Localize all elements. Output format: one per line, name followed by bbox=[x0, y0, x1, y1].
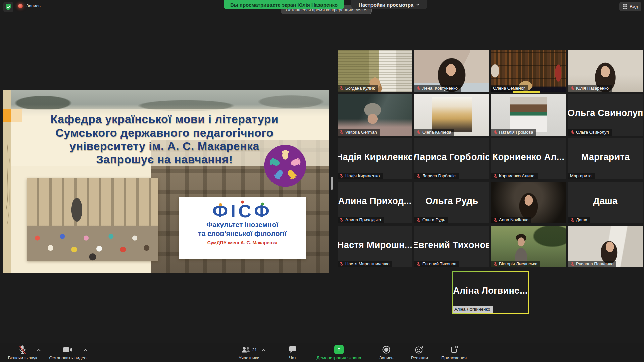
participant-big-name: Настя Мирошн... bbox=[338, 226, 412, 264]
stop-video-button[interactable]: Остановить видео bbox=[46, 344, 90, 360]
participant-name-text: Ольга Свинолуп bbox=[576, 130, 609, 135]
participants-icon bbox=[241, 346, 250, 354]
stop-video-label: Остановить видео bbox=[49, 355, 87, 360]
participant-tile[interactable]: Наталія Громова bbox=[491, 94, 566, 136]
participant-tile[interactable]: Богдана Кулик bbox=[338, 50, 412, 92]
participant-big-name: Алина Приход... bbox=[338, 182, 412, 220]
recording-label: Запись bbox=[26, 3, 41, 8]
participant-name-text: Вікторія Лисянська bbox=[499, 261, 537, 266]
participant-name-text: Olena Kumeda bbox=[422, 130, 451, 135]
muted-mic-icon bbox=[339, 174, 344, 178]
participant-big-name: Даша bbox=[568, 182, 643, 220]
apps-button[interactable]: Приложения bbox=[435, 344, 473, 360]
muted-mic-icon bbox=[493, 130, 498, 135]
participant-name-label: Ольга Рудь bbox=[414, 217, 448, 223]
participant-tile[interactable]: Ольга СвинолупОльга Свинолуп bbox=[568, 94, 643, 136]
participant-tile[interactable]: Руслана Панченко bbox=[568, 226, 643, 267]
participant-tile[interactable]: Viktoria German bbox=[338, 94, 412, 136]
view-button-label: Вид bbox=[630, 4, 638, 9]
participant-name-label: Богдана Кулик bbox=[338, 85, 378, 92]
chevron-down-icon bbox=[416, 3, 420, 6]
participant-tile[interactable]: Аліна Логвине...Аліна Логвиненко bbox=[452, 271, 529, 314]
participant-tile[interactable]: Лена Ковтуненко bbox=[414, 50, 489, 92]
participant-name-label: Anna Novikova bbox=[491, 217, 531, 223]
record-button[interactable]: Запись bbox=[375, 344, 397, 360]
participant-name-text: Настя Мирошниченко bbox=[345, 261, 389, 266]
muted-mic-icon bbox=[416, 218, 421, 222]
unmute-button[interactable]: Включить звук bbox=[2, 344, 43, 360]
participant-name-label: Viktoria German bbox=[338, 129, 380, 136]
participant-name-text: Ольга Рудь bbox=[422, 217, 445, 222]
participant-tile[interactable]: Настя Мирошн...Настя Мирошниченко bbox=[338, 226, 412, 267]
muted-mic-icon bbox=[416, 174, 421, 178]
participant-tile[interactable]: Корниенко Ал...Корниенко Алина bbox=[491, 138, 566, 179]
participant-big-name: Евгений Тихонов bbox=[414, 226, 489, 264]
grid-view-icon bbox=[623, 4, 627, 9]
muted-mic-icon bbox=[416, 262, 421, 266]
share-screen-button[interactable]: Демонстрация экрана bbox=[309, 344, 368, 360]
participant-name-label: Даша bbox=[568, 217, 590, 223]
muted-mic-icon bbox=[493, 174, 498, 178]
participant-name-label: Надія Кириленко bbox=[338, 173, 383, 179]
participant-name-label: Лена Ковтуненко bbox=[414, 85, 461, 92]
participant-name-label: Лариса Горболіс bbox=[414, 173, 459, 179]
participant-name-label: Руслана Панченко bbox=[568, 261, 616, 267]
participant-tile[interactable]: Anna Novikova bbox=[491, 182, 566, 223]
panel-resize-handle[interactable] bbox=[331, 177, 333, 190]
participant-big-name: Ольга Рудь bbox=[414, 182, 489, 220]
participant-tile[interactable]: Надія КириленкоНадія Кириленко bbox=[338, 138, 412, 179]
audio-options-chevron[interactable] bbox=[37, 348, 41, 353]
video-options-chevron[interactable] bbox=[83, 348, 88, 353]
muted-mic-icon bbox=[570, 130, 575, 135]
muted-mic-icon bbox=[493, 262, 498, 266]
muted-mic-icon bbox=[339, 262, 344, 266]
slide-title-line: Кафедра української мови і літератури bbox=[34, 112, 295, 126]
participant-name-text: Руслана Панченко bbox=[576, 261, 613, 266]
participant-name-text: Аліна Логвиненко bbox=[454, 307, 490, 312]
share-screen-label: Демонстрация экрана bbox=[317, 355, 361, 360]
record-label: Запись bbox=[379, 355, 394, 360]
participant-big-name: Корниенко Ал... bbox=[491, 138, 566, 176]
muted-mic-icon bbox=[339, 86, 344, 91]
participants-chevron[interactable] bbox=[261, 348, 266, 353]
participant-name-text: Viktoria German bbox=[345, 130, 377, 135]
reactions-button[interactable]: Реакции bbox=[407, 344, 432, 360]
participant-name-label: Олена Семеног bbox=[491, 85, 528, 92]
unmute-label: Включить звук bbox=[8, 355, 37, 360]
participant-tile[interactable]: Алина Приход...Алина Приходько bbox=[338, 182, 412, 223]
participant-name-text: Евгений Тихонов bbox=[422, 261, 456, 266]
participant-tile[interactable]: Евгений ТихоновЕвгений Тихонов bbox=[414, 226, 489, 267]
participant-tile[interactable]: ДашаДаша bbox=[568, 182, 643, 223]
participant-name-label: Olena Kumeda bbox=[414, 129, 454, 136]
students-group-photo bbox=[27, 178, 158, 261]
share-screen-icon bbox=[334, 345, 344, 354]
chat-icon bbox=[289, 346, 297, 354]
slide-title-line: Запрошує на навчання! bbox=[34, 153, 295, 166]
participant-name-label: Вікторія Лисянська bbox=[491, 261, 540, 267]
participant-tile[interactable]: Лариса ГорболісЛариса Горболіс bbox=[414, 138, 489, 179]
participant-big-name: Аліна Логвине... bbox=[453, 272, 528, 309]
apps-icon bbox=[450, 345, 458, 354]
participant-tile[interactable]: Юлія Назаренко bbox=[568, 50, 643, 92]
chat-button[interactable]: Чат bbox=[284, 344, 302, 360]
participant-big-name: Ольга Свинолуп bbox=[568, 94, 643, 132]
participants-button[interactable]: 21 Участники bbox=[232, 344, 266, 360]
security-button[interactable] bbox=[3, 2, 13, 12]
meeting-toolbar: Включить звук Остановить видео 21 Участн… bbox=[0, 343, 644, 362]
participant-tile[interactable]: Ольга РудьОльга Рудь bbox=[414, 182, 489, 223]
recording-indicator[interactable]: Запись bbox=[18, 3, 41, 8]
view-settings-button[interactable]: Настройки просмотра bbox=[351, 0, 427, 9]
participant-tile[interactable]: Вікторія Лисянська bbox=[491, 226, 566, 267]
chat-label: Чат bbox=[289, 355, 296, 360]
participant-big-name: Маргарита bbox=[568, 138, 643, 176]
participant-tile[interactable]: МаргаритаМаргарита bbox=[568, 138, 643, 179]
view-button[interactable]: Вид bbox=[619, 2, 641, 11]
participant-name-text: Корниенко Алина bbox=[499, 173, 535, 178]
muted-mic-icon bbox=[339, 218, 344, 222]
participant-name-text: Алина Приходько bbox=[345, 217, 381, 222]
zoom-meeting-window: Запись Оставшееся время конференции: 65:… bbox=[0, 0, 644, 362]
participant-tile[interactable]: Olena Kumeda bbox=[414, 94, 489, 136]
muted-mic-toolbar-icon bbox=[18, 345, 27, 355]
slide-title-line: Сумського державного педагогічного bbox=[34, 126, 295, 139]
participant-tile[interactable]: Олена Семеног bbox=[491, 50, 566, 92]
